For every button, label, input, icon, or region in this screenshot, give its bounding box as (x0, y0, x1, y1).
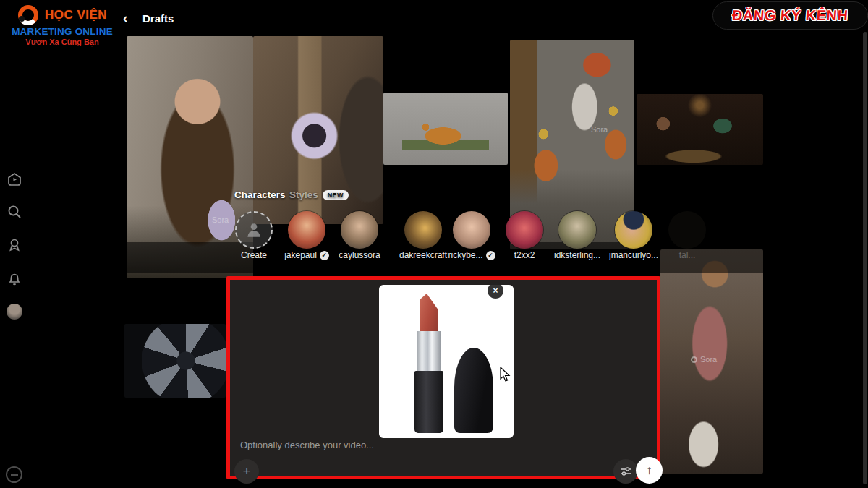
sora-watermark: Sora (691, 355, 717, 364)
sliders-icon (620, 466, 631, 477)
character-avatar-dakreekcraft[interactable] (404, 211, 442, 249)
prompt-input[interactable]: Optionally describe your video... (240, 440, 374, 450)
character-label-caylussora[interactable]: caylussora (325, 250, 394, 260)
draft-thumbnail-car-wheel[interactable] (124, 324, 226, 398)
draft-thumbnail-dinner-toast[interactable] (637, 94, 763, 165)
home-play-icon (6, 171, 23, 188)
lipstick-cap (454, 348, 493, 433)
back-button[interactable]: ‹ (123, 10, 127, 26)
tab-characters[interactable]: Characters (234, 189, 286, 200)
add-attachment-button[interactable]: + (234, 459, 259, 484)
brand-tagline: Vươn Xa Cùng Bạn (4, 38, 120, 46)
search-icon (6, 203, 23, 221)
bell-icon (6, 270, 23, 287)
sidebar-item-search[interactable] (6, 203, 23, 221)
brand-subname: MARKETING ONLINE (4, 26, 120, 37)
character-avatar-jmancurlyo[interactable] (615, 211, 652, 249)
new-badge: NEW (323, 190, 349, 200)
character-avatar-tal[interactable] (668, 211, 706, 249)
sora-drafts-screen: Sora Sora Sora (0, 0, 868, 488)
sidebar-profile-avatar[interactable] (7, 304, 22, 320)
draft-thumbnail-cartoon-exercise[interactable] (383, 93, 508, 165)
character-avatar-idksterling[interactable] (558, 211, 596, 249)
lipstick-tube (414, 371, 443, 433)
close-icon: × (493, 286, 498, 296)
page-title: Drafts (142, 12, 174, 25)
sidebar-item-home[interactable] (6, 171, 23, 188)
character-avatar-jakepaul[interactable] (288, 211, 326, 249)
attached-product-image-lipstick (379, 285, 514, 438)
sidebar-item-notifications[interactable] (6, 270, 23, 287)
character-avatar-rickybe[interactable] (453, 211, 490, 249)
awards-icon (6, 236, 23, 254)
lipstick-bullet (420, 294, 438, 333)
video-settings-button[interactable] (613, 459, 638, 484)
sora-watermark: Sora (591, 125, 608, 134)
sora-watermark: Sora (212, 215, 229, 224)
character-avatar-caylussora[interactable] (341, 211, 378, 249)
brand-name: HỌC VIỆN (45, 8, 107, 22)
character-label-tal[interactable]: tal... (652, 250, 722, 260)
up-arrow-icon: ↑ (646, 463, 652, 478)
character-avatar-t2xx2[interactable] (506, 211, 543, 249)
sidebar-item-awards[interactable] (6, 236, 23, 254)
wheel-rim-graphic (142, 324, 226, 398)
tab-styles[interactable]: Styles NEW (289, 189, 349, 200)
plus-icon: + (242, 463, 250, 479)
remove-attachment-button[interactable]: × (488, 283, 503, 299)
send-generate-button[interactable]: ↑ (636, 457, 663, 484)
sora-logo-icon (691, 356, 697, 363)
character-avatar-create[interactable] (235, 211, 273, 249)
minus-circle-icon[interactable] (6, 466, 22, 483)
mouse-cursor (500, 367, 511, 382)
person-silhouette-icon (244, 221, 263, 239)
subscribe-channel-button[interactable]: ĐĂNG KÝ KÊNH (712, 1, 868, 30)
subscribe-label: ĐĂNG KÝ KÊNH (731, 7, 848, 24)
channel-logo: HỌC VIỆN MARKETING ONLINE Vươn Xa Cùng B… (4, 4, 120, 46)
brand-swoosh-icon (17, 4, 42, 26)
lipstick-metal-band (417, 331, 441, 372)
prompt-composer-panel: × Optionally describe your video... + ↑ (226, 276, 660, 479)
page-scrollbar[interactable] (863, 32, 867, 484)
draft-thumbnail-fitness-protein[interactable]: Sora (660, 249, 763, 474)
